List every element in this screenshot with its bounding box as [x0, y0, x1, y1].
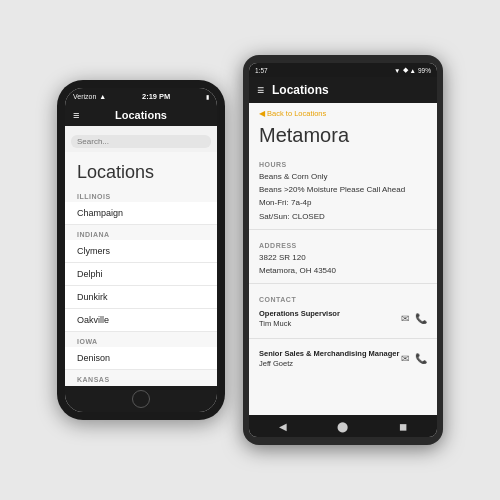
iphone-screen: Verizon ▲ 2:19 PM ▮ ≡ Locations Location…	[65, 88, 217, 412]
list-item[interactable]: Dunkirk	[65, 286, 217, 309]
divider-1	[249, 229, 437, 230]
address-line-0: 3822 SR 120	[249, 251, 437, 264]
phones-container: Verizon ▲ 2:19 PM ▮ ≡ Locations Location…	[57, 55, 443, 445]
email-icon-2[interactable]: ✉	[401, 353, 409, 364]
iphone-menu-icon[interactable]: ≡	[73, 109, 79, 121]
contact-info-1: Operations Supervisor Tim Muck	[259, 309, 401, 328]
recent-button[interactable]: ◼	[399, 421, 407, 432]
back-button[interactable]: ◀	[279, 421, 287, 432]
list-item[interactable]: Delphi	[65, 263, 217, 286]
android-content: ◀ Back to Locations Metamora HOURS Beans…	[249, 103, 437, 415]
home-button[interactable]	[132, 390, 150, 408]
address-line-1: Metamora, OH 43540	[249, 264, 437, 277]
iphone-page-heading: Locations	[65, 152, 217, 187]
section-header-iowa: IOWA	[65, 332, 217, 347]
address-label: ADDRESS	[249, 236, 437, 251]
back-to-locations-link[interactable]: ◀ Back to Locations	[249, 103, 437, 120]
iphone-device: Verizon ▲ 2:19 PM ▮ ≡ Locations Location…	[57, 80, 225, 420]
divider-3	[249, 338, 437, 339]
hours-label: HOURS	[249, 155, 437, 170]
android-menu-icon[interactable]: ≡	[257, 84, 264, 96]
signal-icon: ▼	[394, 67, 400, 74]
contact-info-2: Senior Sales & Merchandising Manager Jef…	[259, 349, 401, 368]
contact-label: CONTACT	[249, 290, 437, 305]
battery-icon: 99%	[418, 67, 431, 74]
section-header-indiana: INDIANA	[65, 225, 217, 240]
location-detail-name: Metamora	[249, 120, 437, 155]
contact-name-2: Jeff Goetz	[259, 359, 401, 368]
iphone-search-bar	[65, 126, 217, 152]
iphone-toolbar: ≡ Locations	[65, 104, 217, 126]
iphone-content: Locations ILLINOIS Champaign INDIANA Cly…	[65, 152, 217, 386]
section-header-kansas: KANSAS	[65, 370, 217, 385]
android-toolbar-title: Locations	[272, 83, 329, 97]
iphone-carrier: Verizon ▲	[73, 93, 106, 100]
android-time: 1:57	[255, 67, 268, 74]
list-item[interactable]: Oakville	[65, 309, 217, 332]
iphone-home-bar	[65, 386, 217, 412]
phone-icon-2[interactable]: 📞	[415, 353, 427, 364]
home-button[interactable]: ⬤	[337, 421, 348, 432]
hours-line-0: Beans & Corn Only	[249, 170, 437, 183]
contact-name-1: Tim Muck	[259, 319, 401, 328]
contact-title-1: Operations Supervisor	[259, 309, 401, 319]
battery-icon: ▮	[206, 93, 209, 100]
android-device: 1:57 ▼ ◆ ▲ 99% ≡ Locations ◀ Back to Loc…	[243, 55, 443, 445]
iphone-time: 2:19 PM	[142, 92, 170, 101]
network-icon: ▲	[410, 67, 416, 74]
android-status-icons: ▼ ◆ ▲ 99%	[394, 66, 431, 74]
contact-title-2: Senior Sales & Merchandising Manager	[259, 349, 401, 359]
contact-icons-2: ✉ 📞	[401, 353, 427, 364]
hours-line-2: Beans >20% Moisture Please Call Ahead	[249, 183, 437, 196]
list-item[interactable]: Champaign	[65, 202, 217, 225]
list-item[interactable]: Clymers	[65, 240, 217, 263]
iphone-status-bar: Verizon ▲ 2:19 PM ▮	[65, 88, 217, 104]
search-input[interactable]	[71, 135, 211, 148]
contact-row-2: Senior Sales & Merchandising Manager Jef…	[249, 345, 437, 372]
android-screen: 1:57 ▼ ◆ ▲ 99% ≡ Locations ◀ Back to Loc…	[249, 63, 437, 437]
carrier-text: Verizon	[73, 93, 96, 100]
wifi-icon: ▲	[99, 93, 106, 100]
divider-2	[249, 283, 437, 284]
hours-line-5: Sat/Sun: CLOSED	[249, 210, 437, 223]
wifi-icon: ◆	[403, 66, 408, 74]
iphone-battery: ▮	[206, 93, 209, 100]
phone-icon-1[interactable]: 📞	[415, 313, 427, 324]
contact-icons-1: ✉ 📞	[401, 313, 427, 324]
email-icon-1[interactable]: ✉	[401, 313, 409, 324]
hours-line-4: Mon-Fri: 7a-4p	[249, 196, 437, 209]
android-toolbar: ≡ Locations	[249, 77, 437, 103]
list-item[interactable]: Denison	[65, 347, 217, 370]
section-header-illinois: ILLINOIS	[65, 187, 217, 202]
android-nav-bar: ◀ ⬤ ◼	[249, 415, 437, 437]
contact-row-1: Operations Supervisor Tim Muck ✉ 📞	[249, 305, 437, 332]
iphone-toolbar-title: Locations	[115, 109, 167, 121]
android-status-bar: 1:57 ▼ ◆ ▲ 99%	[249, 63, 437, 77]
